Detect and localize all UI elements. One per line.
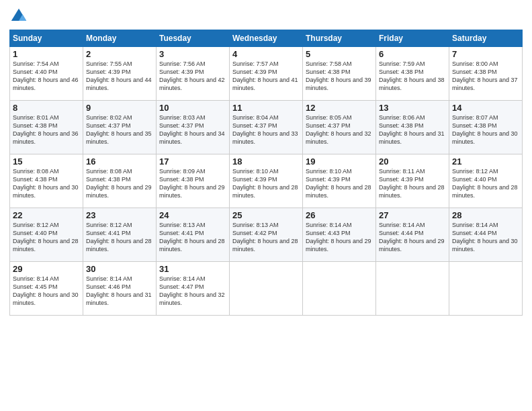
calendar-cell: 10Sunrise: 8:03 AM Sunset: 4:37 PM Dayli… [157,101,230,154]
cell-text: Sunrise: 7:58 AM Sunset: 4:38 PM Dayligh… [306,60,373,93]
calendar-cell: 2Sunrise: 7:55 AM Sunset: 4:39 PM Daylig… [83,47,157,101]
calendar-cell [230,262,303,316]
calendar-header-sunday: Sunday [10,30,83,47]
calendar-week-row: 8Sunrise: 8:01 AM Sunset: 4:38 PM Daylig… [10,101,523,154]
day-number: 1 [13,49,80,59]
calendar-cell: 23Sunrise: 8:12 AM Sunset: 4:41 PM Dayli… [83,208,157,262]
day-number: 8 [13,103,80,113]
calendar-cell: 6Sunrise: 7:59 AM Sunset: 4:38 PM Daylig… [376,47,449,101]
calendar-cell: 4Sunrise: 7:57 AM Sunset: 4:39 PM Daylig… [230,47,303,101]
cell-text: Sunrise: 8:14 AM Sunset: 4:44 PM Dayligh… [379,221,446,254]
day-number: 25 [232,210,300,220]
cell-text: Sunrise: 8:08 AM Sunset: 4:38 PM Dayligh… [13,167,80,200]
calendar-cell: 25Sunrise: 8:13 AM Sunset: 4:42 PM Dayli… [230,208,303,262]
calendar-header-wednesday: Wednesday [230,30,303,47]
day-number: 23 [86,210,153,220]
calendar-header-row: SundayMondayTuesdayWednesdayThursdayFrid… [10,30,523,47]
day-number: 5 [306,49,373,59]
calendar-cell: 20Sunrise: 8:11 AM Sunset: 4:39 PM Dayli… [376,154,449,208]
calendar-cell: 9Sunrise: 8:02 AM Sunset: 4:37 PM Daylig… [83,101,157,154]
day-number: 6 [379,49,446,59]
calendar-cell: 19Sunrise: 8:10 AM Sunset: 4:39 PM Dayli… [303,154,376,208]
day-number: 21 [452,156,519,167]
calendar-cell: 30Sunrise: 8:14 AM Sunset: 4:46 PM Dayli… [83,262,157,316]
cell-text: Sunrise: 8:12 AM Sunset: 4:40 PM Dayligh… [452,167,519,200]
logo-icon [9,7,28,26]
cell-text: Sunrise: 8:12 AM Sunset: 4:40 PM Dayligh… [13,221,80,254]
day-number: 20 [379,156,446,167]
calendar-cell: 17Sunrise: 8:09 AM Sunset: 4:38 PM Dayli… [157,154,230,208]
day-number: 22 [13,210,80,220]
calendar-week-row: 22Sunrise: 8:12 AM Sunset: 4:40 PM Dayli… [10,208,523,262]
cell-text: Sunrise: 7:57 AM Sunset: 4:39 PM Dayligh… [232,60,300,93]
day-number: 16 [86,156,153,167]
calendar-cell: 3Sunrise: 7:56 AM Sunset: 4:39 PM Daylig… [157,47,230,101]
calendar-cell: 18Sunrise: 8:10 AM Sunset: 4:39 PM Dayli… [230,154,303,208]
day-number: 15 [13,156,80,167]
cell-text: Sunrise: 8:09 AM Sunset: 4:38 PM Dayligh… [159,167,226,200]
calendar-week-row: 15Sunrise: 8:08 AM Sunset: 4:38 PM Dayli… [10,154,523,208]
day-number: 7 [452,49,519,59]
cell-text: Sunrise: 8:14 AM Sunset: 4:44 PM Dayligh… [452,221,519,254]
calendar-cell: 11Sunrise: 8:04 AM Sunset: 4:37 PM Dayli… [230,101,303,154]
cell-text: Sunrise: 8:02 AM Sunset: 4:37 PM Dayligh… [86,113,153,146]
cell-text: Sunrise: 8:14 AM Sunset: 4:45 PM Dayligh… [13,275,80,308]
header [9,7,523,26]
day-number: 17 [159,156,226,167]
cell-text: Sunrise: 8:08 AM Sunset: 4:38 PM Dayligh… [86,167,153,200]
calendar-cell: 12Sunrise: 8:05 AM Sunset: 4:37 PM Dayli… [303,101,376,154]
day-number: 9 [86,103,153,113]
cell-text: Sunrise: 8:12 AM Sunset: 4:41 PM Dayligh… [86,221,153,254]
calendar-header-friday: Friday [376,30,449,47]
calendar-cell: 7Sunrise: 8:00 AM Sunset: 4:38 PM Daylig… [449,47,523,101]
cell-text: Sunrise: 8:13 AM Sunset: 4:42 PM Dayligh… [232,221,300,254]
logo [9,7,31,26]
day-number: 4 [232,49,300,59]
cell-text: Sunrise: 7:59 AM Sunset: 4:38 PM Dayligh… [379,60,446,93]
calendar-week-row: 1Sunrise: 7:54 AM Sunset: 4:40 PM Daylig… [10,47,523,101]
calendar-cell: 14Sunrise: 8:07 AM Sunset: 4:38 PM Dayli… [449,101,523,154]
calendar-cell [376,262,449,316]
calendar-cell: 29Sunrise: 8:14 AM Sunset: 4:45 PM Dayli… [10,262,83,316]
day-number: 30 [86,264,153,274]
cell-text: Sunrise: 8:04 AM Sunset: 4:37 PM Dayligh… [232,113,300,146]
calendar-cell: 8Sunrise: 8:01 AM Sunset: 4:38 PM Daylig… [10,101,83,154]
day-number: 26 [306,210,373,220]
day-number: 3 [159,49,226,59]
day-number: 12 [306,103,373,113]
cell-text: Sunrise: 8:11 AM Sunset: 4:39 PM Dayligh… [379,167,446,200]
day-number: 31 [159,264,226,274]
day-number: 10 [159,103,226,113]
calendar-cell: 28Sunrise: 8:14 AM Sunset: 4:44 PM Dayli… [449,208,523,262]
calendar-cell: 16Sunrise: 8:08 AM Sunset: 4:38 PM Dayli… [83,154,157,208]
calendar-table: SundayMondayTuesdayWednesdayThursdayFrid… [9,30,523,316]
calendar-header-tuesday: Tuesday [157,30,230,47]
calendar-cell: 31Sunrise: 8:14 AM Sunset: 4:47 PM Dayli… [157,262,230,316]
cell-text: Sunrise: 7:54 AM Sunset: 4:40 PM Dayligh… [13,60,80,93]
calendar-header-saturday: Saturday [449,30,523,47]
cell-text: Sunrise: 8:10 AM Sunset: 4:39 PM Dayligh… [306,167,373,200]
calendar-cell: 24Sunrise: 8:13 AM Sunset: 4:41 PM Dayli… [157,208,230,262]
day-number: 19 [306,156,373,167]
calendar-header-thursday: Thursday [303,30,376,47]
day-number: 18 [232,156,300,167]
calendar-cell [449,262,523,316]
cell-text: Sunrise: 8:14 AM Sunset: 4:47 PM Dayligh… [159,275,226,308]
cell-text: Sunrise: 8:00 AM Sunset: 4:38 PM Dayligh… [452,60,519,93]
calendar-week-row: 29Sunrise: 8:14 AM Sunset: 4:45 PM Dayli… [10,262,523,316]
day-number: 27 [379,210,446,220]
calendar-cell: 27Sunrise: 8:14 AM Sunset: 4:44 PM Dayli… [376,208,449,262]
day-number: 29 [13,264,80,274]
cell-text: Sunrise: 8:01 AM Sunset: 4:38 PM Dayligh… [13,113,80,146]
day-number: 11 [232,103,300,113]
calendar-header-monday: Monday [83,30,157,47]
calendar-cell: 22Sunrise: 8:12 AM Sunset: 4:40 PM Dayli… [10,208,83,262]
page-container: SundayMondayTuesdayWednesdayThursdayFrid… [0,0,532,321]
cell-text: Sunrise: 8:13 AM Sunset: 4:41 PM Dayligh… [159,221,226,254]
calendar-cell: 5Sunrise: 7:58 AM Sunset: 4:38 PM Daylig… [303,47,376,101]
day-number: 24 [159,210,226,220]
cell-text: Sunrise: 8:14 AM Sunset: 4:46 PM Dayligh… [86,275,153,308]
calendar-cell: 15Sunrise: 8:08 AM Sunset: 4:38 PM Dayli… [10,154,83,208]
cell-text: Sunrise: 8:06 AM Sunset: 4:38 PM Dayligh… [379,113,446,146]
cell-text: Sunrise: 8:03 AM Sunset: 4:37 PM Dayligh… [159,113,226,146]
